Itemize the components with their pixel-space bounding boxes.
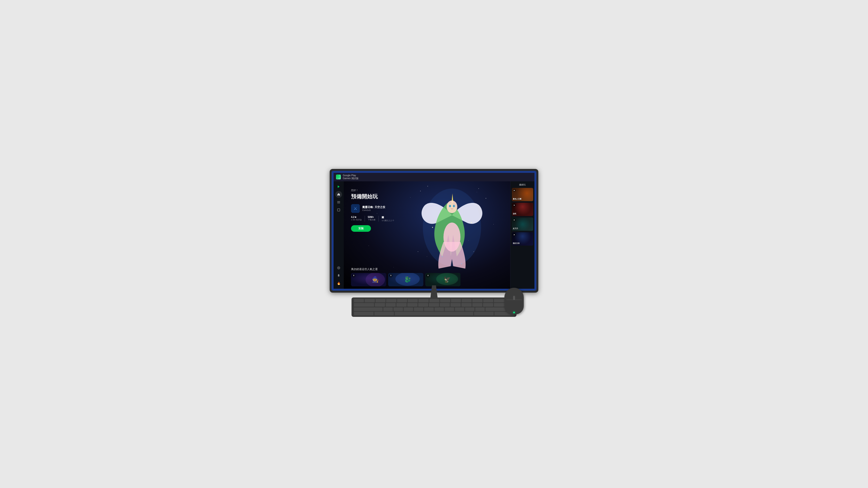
- sidebar-item-library[interactable]: [335, 206, 342, 213]
- play-icon-3: [513, 219, 516, 221]
- game-thumb-3[interactable]: ⬇: [425, 273, 460, 286]
- key: [354, 303, 374, 307]
- monitor-screen: Google Play Games 測試版: [332, 171, 536, 291]
- play-icon-1: [513, 189, 516, 192]
- keyboard-row-4: [354, 312, 514, 315]
- stat-downloads-label: 下載次數: [368, 219, 375, 221]
- game-thumb-1[interactable]: ⬇: [351, 273, 386, 286]
- key: [404, 307, 413, 311]
- title-bar: Google Play Games 測試版: [334, 173, 534, 181]
- svg-point-21: [478, 188, 479, 189]
- game-thumbnails: ⬇: [351, 273, 503, 286]
- monitor: Google Play Games 測試版: [330, 169, 538, 293]
- key: [455, 307, 464, 311]
- nav-play-icon[interactable]: [335, 183, 342, 190]
- featured-game-info: 魔靈召喚: 天空之役 Com2uS: [362, 205, 385, 212]
- stat-divider-2: [378, 216, 379, 222]
- key: [440, 303, 450, 307]
- key: [451, 303, 461, 307]
- popular-section-title: 萬勿錯過這些人氣之選: [351, 267, 503, 271]
- continue-game-2-label: 柒死: [513, 213, 532, 215]
- key: [418, 303, 428, 307]
- stat-downloads: 50M+ 下載次數: [368, 216, 375, 222]
- svg-text:🧙: 🧙: [372, 276, 379, 283]
- stat-divider-1: [365, 216, 365, 222]
- app-window: Google Play Games 測試版: [334, 173, 534, 289]
- svg-point-8: [338, 267, 339, 268]
- stat-rating-value: 4.2★: [351, 216, 362, 219]
- svg-text:🦅: 🦅: [443, 276, 451, 283]
- stat-age-label: 12 歲以上上 ©: [381, 219, 394, 222]
- svg-point-16: [471, 222, 472, 223]
- hero-banner: 您好！ 預備開始玩 ⚔: [344, 181, 510, 289]
- key: [386, 299, 396, 302]
- sidebar-item-search[interactable]: [335, 199, 342, 205]
- continue-game-2[interactable]: 柒死: [512, 203, 533, 216]
- svg-point-17: [442, 256, 443, 257]
- keyboard-row-1: [354, 299, 514, 302]
- featured-game-icon: ⚔: [351, 204, 360, 213]
- key: [462, 299, 472, 302]
- svg-text:🐉: 🐉: [404, 276, 411, 283]
- key: [418, 299, 428, 302]
- sidebar-item-trending[interactable]: 🔥: [335, 280, 342, 287]
- stat-downloads-value: 50M+: [368, 216, 375, 219]
- svg-marker-2: [338, 186, 340, 188]
- download-icon-3: ⬇: [426, 274, 430, 277]
- svg-point-19: [420, 191, 421, 191]
- stat-rating-label: 2.3M 則評論: [351, 219, 362, 221]
- svg-point-12: [446, 200, 457, 213]
- key: [408, 299, 418, 302]
- svg-point-18: [461, 263, 462, 264]
- game-thumb-2[interactable]: ⬇: [388, 273, 423, 286]
- continue-game-1-label: 暮色人王國: [513, 198, 532, 200]
- play-icon-4: [513, 233, 516, 236]
- sidebar-item-home[interactable]: [335, 191, 342, 198]
- scene: Google Play Games 測試版: [325, 169, 543, 319]
- key: [397, 299, 407, 302]
- key: [375, 299, 385, 302]
- key: [414, 307, 423, 311]
- key: [440, 299, 450, 302]
- download-icon-1: ⬇: [352, 274, 355, 277]
- key: [407, 303, 417, 307]
- continue-game-3-label: 反乃乃: [513, 227, 532, 230]
- game-stats: 4.2★ 2.3M 則評論 50M+ 下載次數: [351, 216, 394, 222]
- spacebar: [395, 312, 473, 315]
- download-icon-2: ⬇: [389, 274, 393, 277]
- center-content: 您好！ 預備開始玩 ⚔: [344, 181, 510, 289]
- key: [472, 303, 483, 307]
- svg-rect-3: [337, 201, 340, 202]
- svg-point-13: [449, 205, 451, 207]
- key: [461, 303, 472, 307]
- sidebar-item-notifications[interactable]: [335, 272, 342, 279]
- key: [474, 312, 494, 315]
- key: [383, 307, 393, 311]
- svg-point-24: [418, 251, 418, 252]
- key: [365, 299, 375, 302]
- play-icon-2: [513, 204, 516, 206]
- svg-rect-6: [337, 209, 340, 211]
- key: [424, 307, 434, 311]
- key: [375, 303, 385, 307]
- key: [394, 307, 403, 311]
- key: [354, 312, 374, 315]
- continue-game-3[interactable]: 反乃乃: [512, 218, 533, 231]
- install-button[interactable]: 安裝: [351, 225, 371, 232]
- svg-point-14: [453, 205, 455, 207]
- key: [429, 303, 439, 307]
- hero-text-area: 您好！ 預備開始玩 ⚔: [351, 189, 394, 232]
- mouse-led: [513, 312, 515, 313]
- hero-greeting: 您好！: [351, 189, 394, 192]
- key: [434, 307, 444, 311]
- stat-age: 圖 12 歲以上上 ©: [381, 216, 394, 222]
- sidebar-item-settings[interactable]: [335, 264, 342, 271]
- continue-game-4[interactable]: 朔日方舟: [512, 232, 533, 246]
- key: [483, 303, 493, 307]
- monitor-bezel: Google Play Games 測試版: [330, 169, 538, 293]
- svg-rect-5: [337, 203, 340, 203]
- key: [465, 307, 474, 311]
- featured-game-name: 魔靈召喚: 天空之役: [362, 205, 385, 209]
- continue-game-1[interactable]: 暮色人王國: [512, 188, 533, 201]
- svg-text:⚔: ⚔: [353, 206, 357, 211]
